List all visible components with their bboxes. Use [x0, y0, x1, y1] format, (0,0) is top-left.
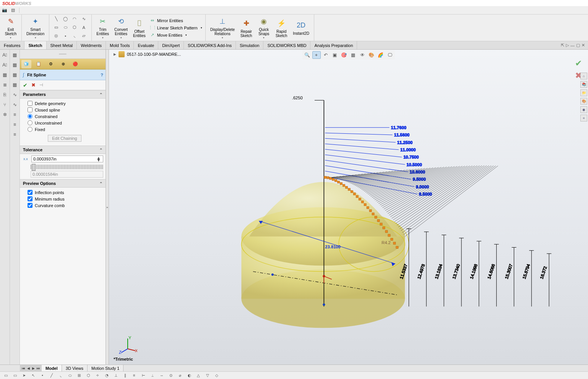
ok-button[interactable]: ✔ — [23, 82, 28, 88]
inflection-points-checkbox[interactable]: Inflection points — [28, 190, 102, 195]
tolerance-slider[interactable] — [31, 165, 103, 169]
point-icon[interactable]: • — [62, 32, 69, 39]
text-icon[interactable]: A — [80, 24, 88, 31]
tab-motion-study[interactable]: Motion Study 1 — [88, 365, 123, 371]
tab-simulation[interactable]: Simulation — [236, 41, 263, 49]
cube-icon[interactable]: ▧ — [10, 7, 16, 13]
gear-icon[interactable]: ✲ — [1, 111, 9, 118]
rect-icon[interactable]: ▭ — [52, 24, 60, 31]
cancel-button[interactable]: ✖ — [31, 82, 36, 88]
dim-top: .6250 — [292, 96, 303, 100]
orientation-triad[interactable]: Y X Z — [118, 335, 137, 355]
grid-icon[interactable]: ▦ — [11, 51, 19, 59]
parameters-section-header[interactable]: Parameters⌃ — [20, 90, 106, 99]
curve-icon[interactable]: ∿ — [11, 91, 19, 99]
minimum-radius-checkbox[interactable]: Minimum radius — [28, 196, 102, 201]
ellipse-icon[interactable]: ◎ — [52, 32, 60, 39]
unconstrained-radio[interactable]: Unconstrained — [28, 120, 102, 125]
block-icon[interactable]: ▦ — [1, 71, 9, 79]
plane-icon[interactable]: ▱ — [80, 32, 88, 39]
tab-weldments[interactable]: Weldments — [77, 41, 106, 49]
rapid-sketch-button[interactable]: ⚡Rapid Sketch — [274, 15, 289, 40]
next-icon[interactable]: ▷ — [566, 43, 569, 48]
slot-icon[interactable]: ⬭ — [62, 24, 69, 31]
stack2-icon[interactable]: ≡ — [11, 121, 19, 128]
fixed-radio[interactable]: Fixed — [28, 127, 102, 132]
mirror-entities-button[interactable]: ⇔Mirror Entities — [149, 18, 202, 24]
polygon-icon[interactable]: ⬡ — [71, 24, 78, 31]
trim-entities-button[interactable]: ✂Trim Entities▾ — [95, 15, 110, 40]
tab-next-icon[interactable]: ▶ — [31, 366, 36, 370]
delete-geometry-checkbox[interactable]: Delete geometry — [28, 101, 102, 106]
svg-rect-126 — [332, 178, 334, 181]
closed-spline-checkbox[interactable]: Closed spline — [28, 107, 102, 112]
spin-down-icon[interactable]: ▼ — [96, 159, 101, 161]
dimxpert-manager-tab[interactable]: ⊕ — [58, 60, 68, 68]
spline-icon[interactable]: ∿ — [80, 16, 88, 23]
fillet-icon[interactable]: ◟ — [71, 32, 78, 39]
fork-icon[interactable]: ⑂ — [1, 101, 9, 109]
tab-3d-views[interactable]: 3D Views — [62, 365, 88, 371]
tab-addins[interactable]: SOLIDWORKS Add-Ins — [184, 41, 236, 49]
repair-sketch-button[interactable]: ✚Repair Sketch — [239, 15, 254, 40]
expand-icon[interactable]: ⇱ — [561, 43, 564, 48]
tolerance-section-header[interactable]: Tolerance⌃ — [20, 146, 106, 154]
copy-icon[interactable]: ⎘ — [1, 91, 9, 99]
tab-model[interactable]: Model — [42, 365, 62, 371]
tab-features[interactable]: Features — [0, 41, 24, 49]
status-icon-2[interactable]: ▭ — [11, 373, 18, 379]
tab-mbd[interactable]: SOLIDWORKS MBD — [263, 41, 310, 49]
tab-dimxpert[interactable]: DimXpert — [158, 41, 184, 49]
status-icon-1[interactable]: ▭ — [2, 373, 9, 379]
stack3-icon[interactable]: ≡ — [11, 131, 19, 138]
tab-mold-tools[interactable]: Mold Tools — [106, 41, 134, 49]
stack-icon[interactable]: ≡ — [11, 111, 19, 118]
status-arrow-icon[interactable]: ➤ — [21, 373, 28, 379]
tab-evaluate[interactable]: Evaluate — [134, 41, 158, 49]
annotation2-icon[interactable]: A⃞ — [1, 61, 9, 69]
display-delete-relations-button[interactable]: ⊥Display/Delete Relations▾ — [209, 15, 236, 40]
close-icon[interactable]: ✕ — [582, 43, 585, 48]
tab-last-icon[interactable]: ⏭ — [36, 366, 41, 370]
smart-dimension-button[interactable]: ✦ Smart Dimension ▾ — [25, 15, 46, 40]
motion-tabs: ⏮ ◀ ▶ ⏭ Model 3D Views Motion Study 1 — [0, 364, 588, 371]
tab-analysis-prep[interactable]: Analysis Preparation — [310, 41, 357, 49]
grid4-icon[interactable]: ▦ — [11, 81, 19, 89]
instant2d-button[interactable]: 2DInstant2D — [291, 15, 311, 40]
svg-text:16.372: 16.372 — [539, 266, 547, 279]
tab-sketch[interactable]: Sketch — [24, 41, 46, 49]
grid3-icon[interactable]: ▦ — [11, 71, 19, 79]
minimize-icon[interactable]: — — [570, 43, 575, 48]
quick-snaps-button[interactable]: ◉Quick Snaps▾ — [256, 15, 271, 40]
line-icon[interactable]: ╲ — [52, 16, 60, 23]
preview-options-section-header[interactable]: Preview Options⌃ — [20, 179, 106, 188]
configuration-manager-tab[interactable]: ⚙ — [46, 60, 56, 68]
move-entities-button[interactable]: ↗Move Entities▾ — [149, 32, 202, 38]
constrained-radio[interactable]: Constrained — [28, 114, 102, 119]
tolerance-input[interactable]: ▲▼ — [31, 155, 103, 162]
circle-icon[interactable]: ◯ — [62, 16, 69, 23]
linear-pattern-button[interactable]: ⋮⋮Linear Sketch Pattern▾ — [149, 25, 202, 31]
curve2-icon[interactable]: ∿ — [11, 101, 19, 109]
property-manager-tab[interactable]: 📋 — [34, 60, 44, 68]
graphics-viewport[interactable]: ▶ 0517-10-100-SP-MANDRE... 🔍 ⌖ ↶ ▣ 🎯 ▦ 👁… — [109, 50, 588, 364]
grid2-icon[interactable]: ▦ — [11, 61, 19, 69]
curvature-comb-checkbox[interactable]: Curvature comb — [28, 203, 102, 208]
panel-splitter[interactable]: ▸ — [106, 50, 109, 364]
tab-prev-icon[interactable]: ◀ — [26, 366, 31, 370]
exit-sketch-button[interactable]: ✎ Exit Sketch ▾ — [3, 15, 18, 40]
display-manager-tab[interactable]: 🔴 — [70, 60, 80, 68]
feature-manager-tab[interactable]: 🧊 — [21, 60, 31, 68]
tab-sheet-metal[interactable]: Sheet Metal — [47, 41, 77, 49]
status-cursor-icon[interactable]: ↖ — [30, 373, 37, 379]
annotation-icon[interactable]: A⃞ — [1, 51, 9, 59]
layer-icon[interactable]: ≣ — [1, 81, 9, 89]
convert-entities-button[interactable]: ⟲Convert Entities▾ — [113, 15, 129, 40]
pin-icon[interactable]: ⊣ — [39, 83, 43, 87]
maximize-icon[interactable]: ▢ — [576, 43, 580, 48]
camera-icon[interactable]: 📷 — [2, 7, 8, 13]
arc-icon[interactable]: ◠ — [71, 16, 78, 23]
offset-entities-button[interactable]: ⌷Offset Entities — [132, 15, 147, 40]
help-icon[interactable]: ? — [101, 73, 103, 77]
tab-first-icon[interactable]: ⏮ — [21, 366, 26, 370]
